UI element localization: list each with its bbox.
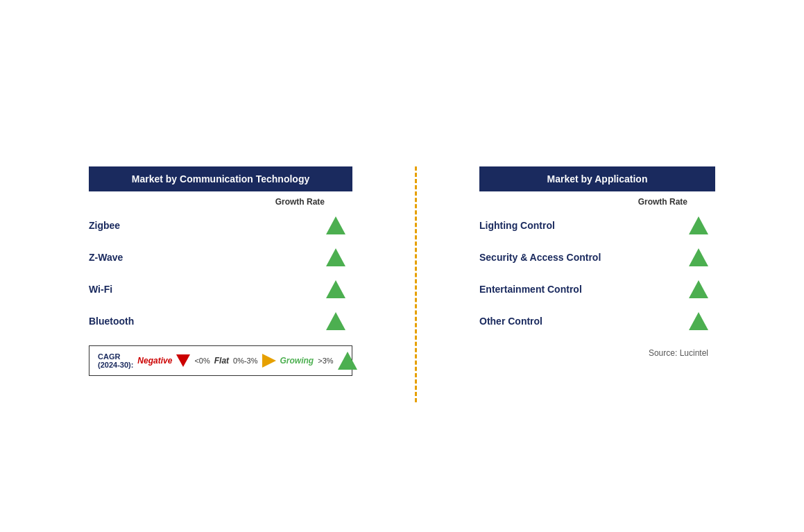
legend-arrow-up-green-icon <box>338 352 357 370</box>
arrow-up-green-icon <box>326 280 345 298</box>
arrow-up-green-icon <box>689 216 708 234</box>
arrow-right-orange-icon <box>262 354 276 368</box>
left-list-item: Z-Wave <box>89 241 352 273</box>
legend-negative-label: Negative <box>137 356 172 366</box>
right-list-item: Other Control <box>479 305 715 337</box>
arrow-up-green-icon <box>326 216 345 234</box>
divider-wrapper <box>415 166 417 402</box>
left-list-item: Wi-Fi <box>89 273 352 305</box>
legend-growing-pct: >3% <box>318 357 333 365</box>
left-list-item: Zigbee <box>89 209 352 241</box>
right-item-label: Security & Access Control <box>479 252 601 263</box>
right-panel-header: Market by Application <box>479 166 715 191</box>
right-growth-rate-label: Growth Rate <box>479 191 694 209</box>
legend-cagr-label: CAGR(2024-30): <box>98 352 133 369</box>
left-growth-rate-label: Growth Rate <box>89 191 332 209</box>
legend-flat-label: Flat <box>214 356 229 366</box>
left-item-label: Z-Wave <box>89 252 123 263</box>
dashed-divider <box>415 166 417 402</box>
source-text: Source: Lucintel <box>479 348 715 358</box>
left-rows: Zigbee Z-Wave Wi-Fi Bluetooth <box>89 209 352 337</box>
left-item-label: Wi-Fi <box>89 284 112 295</box>
legend-box: CAGR(2024-30): Negative <0% Flat 0%-3% G… <box>89 345 352 376</box>
left-panel: Market by Communication Technology Growt… <box>89 166 352 376</box>
legend-growing-label: Growing <box>280 356 314 366</box>
left-panel-header: Market by Communication Technology <box>89 166 352 191</box>
arrow-up-green-icon <box>326 312 345 330</box>
right-list-item: Security & Access Control <box>479 241 715 273</box>
right-item-label: Lighting Control <box>479 220 555 231</box>
arrow-up-green-icon <box>689 248 708 266</box>
arrow-up-green-icon <box>689 280 708 298</box>
arrow-up-green-icon <box>689 312 708 330</box>
right-item-label: Other Control <box>479 316 542 327</box>
right-item-label: Entertainment Control <box>479 284 582 295</box>
right-list-item: Entertainment Control <box>479 273 715 305</box>
arrow-down-red-icon <box>176 354 190 367</box>
left-item-label: Zigbee <box>89 220 120 231</box>
right-rows: Lighting Control Security & Access Contr… <box>479 209 715 337</box>
left-item-label: Bluetooth <box>89 316 134 327</box>
left-list-item: Bluetooth <box>89 305 352 337</box>
right-panel: Market by Application Growth Rate Lighti… <box>479 166 715 358</box>
legend-flat-pct: 0%-3% <box>233 357 257 365</box>
right-list-item: Lighting Control <box>479 209 715 241</box>
arrow-up-green-icon <box>326 248 345 266</box>
legend-negative-pct: <0% <box>194 357 209 365</box>
